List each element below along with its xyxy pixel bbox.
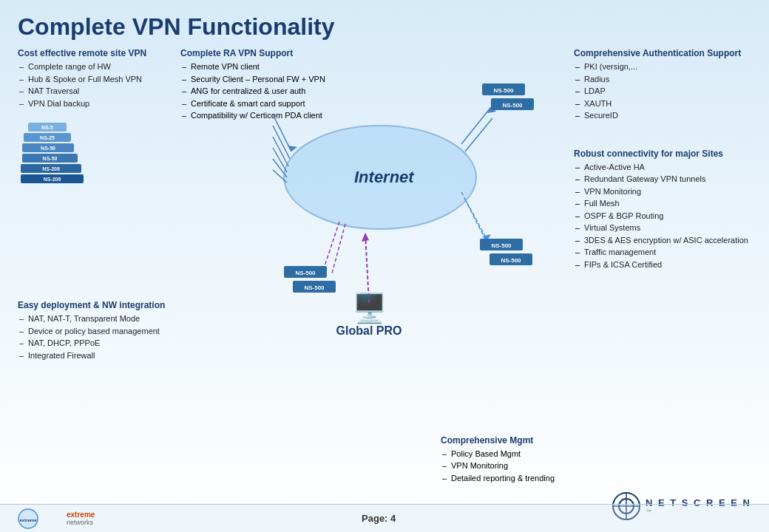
list-item: –Active-Active HA [574,161,751,174]
list-item: –SecureID [574,109,751,122]
list-item: –XAUTH [574,98,751,110]
easy-deploy-box: Easy deployment & NW integration NAT, NA… [18,300,180,361]
list-item: NAT, NAT-T, Transparent Mode [18,313,180,325]
svg-text:NS-500: NS-500 [304,284,325,291]
page-number: Page: 4 [362,513,396,524]
list-item: NAT, DHCP, PPPoE [18,337,180,349]
list-item: –Radius [574,73,751,86]
cost-effective-list: Complete range of HW Hub & Spoke or Full… [18,61,180,109]
list-item: –OSPF & BGP Routing [574,210,751,222]
list-item: VPN Dial backup [18,98,180,110]
list-item: Complete range of HW [18,61,180,73]
robust-title: Robust connectivity for major Sites [574,149,751,159]
list-item: –Virtual Systems [574,222,751,234]
cost-effective-title: Cost effective remote site VPN [18,48,180,58]
list-item: –3DES & AES encryption w/ ASIC accelerat… [574,234,751,247]
list-item: Device or policy based management [18,325,180,338]
list-item: –Policy Based Mgmt [441,448,566,460]
left-column: Cost effective remote site VPN Complete … [18,48,180,521]
device-ns50b: NS-50 [22,154,78,163]
auth-support-title: Comprehensive Authentication Support [574,48,751,58]
list-item: –VPN Monitoring [441,460,566,472]
svg-text:Internet: Internet [354,168,415,186]
cost-effective-box: Cost effective remote site VPN Complete … [18,48,180,109]
svg-marker-32 [362,233,369,242]
svg-text:NS-500: NS-500 [491,242,512,249]
svg-text:NS-500: NS-500 [295,270,316,276]
device-stack: NS-5 NS-25 NS-50 NS-50 NS-208 NS-208 [21,123,180,211]
svg-line-13 [332,224,345,273]
auth-support-list: –PKI (versign,... –Radius –LDAP –XAUTH –… [574,61,751,122]
svg-text:Global PRO: Global PRO [336,324,402,336]
robust-list: –Active-Active HA –Redundant Gateway VPN… [574,161,751,271]
list-item: –VPN Monitoring [574,185,751,198]
device-ns208a: NS-208 [21,164,81,173]
easy-deploy-title: Easy deployment & NW integration [18,300,180,310]
list-item: –FIPs & ICSA Certified [574,259,751,271]
device-ns5: NS-5 [28,123,67,132]
list-item: –LDAP [574,85,751,98]
device-ns50a: NS-50 [22,143,74,152]
svg-line-10 [461,192,487,240]
page-container: Complete VPN Functionality Cost effectiv… [0,0,769,532]
list-item: –Traffic management [574,246,751,259]
robust-box: Robust connectivity for major Sites –Act… [574,149,751,271]
list-item: –Detailed reporting & trending [441,472,566,485]
list-item: NAT Traversal [18,85,180,98]
center-column: Complete RA VPN Support –Remote VPN clie… [180,48,574,521]
auth-support-box: Comprehensive Authentication Support –PK… [574,48,751,122]
right-column: Comprehensive Authentication Support –PK… [574,48,751,521]
mgmt-box: Comprehensive Mgmt –Policy Based Mgmt –V… [441,435,566,485]
device-ns208b: NS-208 [21,174,84,183]
network-diagram: Internet [210,55,565,336]
svg-text:NS-500: NS-500 [502,102,523,109]
page-title: Complete VPN Functionality [18,13,751,41]
list-item: Hub & Spoke or Full Mesh VPN [18,73,180,86]
list-item: –Full Mesh [574,197,751,210]
list-item: –Redundant Gateway VPN tunnels [574,173,751,185]
list-item: Integrated Firewall [18,349,180,362]
svg-marker-14 [288,146,297,151]
svg-text:NS-500: NS-500 [493,87,514,94]
mgmt-title: Comprehensive Mgmt [441,435,566,446]
svg-text:NS-500: NS-500 [501,257,521,264]
easy-deploy-list: NAT, NAT-T, Transparent Mode Device or p… [18,313,180,361]
list-item: –PKI (versign,... [574,61,751,73]
mgmt-list: –Policy Based Mgmt –VPN Monitoring –Deta… [441,448,566,485]
device-ns25: NS-25 [24,133,71,142]
svg-line-12 [325,222,339,266]
